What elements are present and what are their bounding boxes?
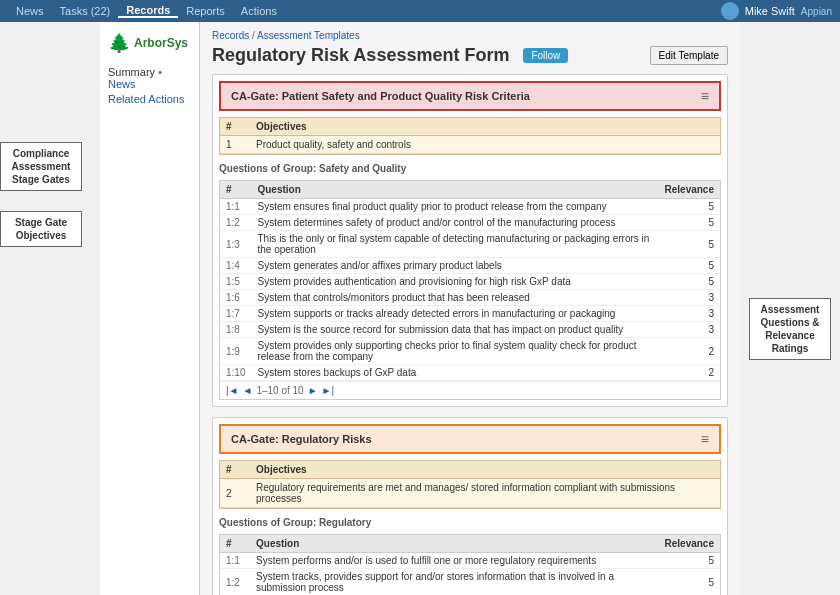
annotation-panel-right: Assessment Questions & Relevance Ratings (740, 22, 840, 595)
user-info: Mike Swift Appian (721, 2, 832, 20)
q-num: 1:3 (220, 231, 251, 258)
nav-tasks[interactable]: Tasks (22) (52, 5, 119, 17)
q-text: System that controls/monitors product th… (251, 290, 658, 306)
gate2-q-col-num: # (220, 535, 250, 553)
gate1-q-col-question: Question (251, 181, 658, 199)
gate1-obj-row: 1 Product quality, safety and controls (220, 136, 720, 154)
q-relevance: 2 (659, 338, 720, 365)
gate2-questions-group-title: Questions of Group: Regulatory (219, 515, 721, 530)
gate1-page-next[interactable]: ► (308, 385, 318, 396)
table-row: 1:1 System performs and/or is used to fu… (220, 553, 720, 569)
q-text: System provides only supporting checks p… (251, 338, 658, 365)
gate2-q-col-relevance: Relevance (659, 535, 720, 553)
gate1-questions-group-title: Questions of Group: Safety and Quality (219, 161, 721, 176)
gate1-menu-icon[interactable]: ≡ (701, 88, 709, 104)
sidebar-related-actions[interactable]: Related Actions (108, 93, 191, 105)
outer-wrapper: Compliance Assessment Stage Gates Stage … (0, 22, 840, 595)
gate1-objectives-table: # Objectives 1 Product quality, safety a… (219, 117, 721, 155)
q-text: System performs and/or is used to fulfil… (250, 553, 659, 569)
q-text: System tracks, provides support for and/… (250, 569, 659, 596)
page-header: Regulatory Risk Assessment Form Follow E… (212, 45, 728, 66)
q-num: 1:8 (220, 322, 251, 338)
gate2-questions-table: # Question Relevance 1:1 System performs… (219, 534, 721, 595)
gate1-questions-section: Questions of Group: Safety and Quality #… (219, 161, 721, 400)
gate1-q-col-relevance: Relevance (659, 181, 720, 199)
gate1-title: CA-Gate: Patient Safety and Product Qual… (231, 90, 530, 102)
gate1-pagination: |◄ ◄ 1–10 of 10 ► ►| (220, 381, 720, 399)
follow-button[interactable]: Follow (523, 48, 568, 63)
gate2-header: CA-Gate: Regulatory Risks ≡ (219, 424, 721, 454)
breadcrumb: Records / Assessment Templates (212, 30, 728, 41)
gate1-page-prev[interactable]: ◄ (243, 385, 253, 396)
q-num: 1:9 (220, 338, 251, 365)
q-text: System generates and/or affixes primary … (251, 258, 658, 274)
q-num: 1:2 (220, 215, 251, 231)
q-num: 1:6 (220, 290, 251, 306)
q-relevance: 5 (659, 553, 720, 569)
table-row: 1:7 System supports or tracks already de… (220, 306, 720, 322)
annotation-stage-gate-objectives: Stage Gate Objectives (0, 211, 82, 247)
annotation-assessment-questions: Assessment Questions & Relevance Ratings (749, 298, 831, 360)
breadcrumb-records[interactable]: Records (212, 30, 249, 41)
table-row: 1:3 This is the only or final system cap… (220, 231, 720, 258)
gate1-page-last[interactable]: ►| (322, 385, 335, 396)
q-relevance: 5 (659, 231, 720, 258)
q-relevance: 3 (659, 322, 720, 338)
gate2-q-col-question: Question (250, 535, 659, 553)
q-text: System is the source record for submissi… (251, 322, 658, 338)
gate1-q-col-num: # (220, 181, 251, 199)
gate2-obj-num: 2 (220, 479, 250, 508)
breadcrumb-assessment-templates[interactable]: Assessment Templates (257, 30, 360, 41)
gate2-obj-row: 2 Regulatory requirements are met and ma… (220, 479, 720, 508)
sidebar-news[interactable]: News (108, 78, 191, 90)
q-num: 1:10 (220, 365, 251, 381)
q-num: 1:1 (220, 553, 250, 569)
nav-reports[interactable]: Reports (178, 5, 233, 17)
table-row: 1:9 System provides only supporting chec… (220, 338, 720, 365)
nav-records[interactable]: Records (118, 4, 178, 18)
appian-label: Appian (801, 6, 832, 17)
q-num: 1:4 (220, 258, 251, 274)
q-text: System determines safety of product and/… (251, 215, 658, 231)
table-row: 1:4 System generates and/or affixes prim… (220, 258, 720, 274)
q-relevance: 5 (659, 274, 720, 290)
table-row: 1:5 System provides authentication and p… (220, 274, 720, 290)
sidebar-nav: Summary • News Related Actions (108, 66, 191, 105)
gate2-questions-section: Questions of Group: Regulatory # Questio… (219, 515, 721, 595)
gate1-questions-table: # Question Relevance 1:1 System ensures … (219, 180, 721, 400)
gate2-obj-col-num: # (220, 461, 250, 479)
gate1-obj-num: 1 (220, 136, 250, 154)
table-row: 1:2 System tracks, provides support for … (220, 569, 720, 596)
q-relevance: 5 (659, 258, 720, 274)
table-row: 1:1 System ensures final product quality… (220, 199, 720, 215)
sidebar-summary[interactable]: Summary • (108, 66, 191, 78)
gate2-menu-icon[interactable]: ≡ (701, 431, 709, 447)
gate1-header: CA-Gate: Patient Safety and Product Qual… (219, 81, 721, 111)
annotation-compliance-gates: Compliance Assessment Stage Gates (0, 142, 82, 191)
table-row: 1:10 System stores backups of GxP data 2 (220, 365, 720, 381)
edit-template-button[interactable]: Edit Template (650, 46, 728, 65)
gate2-obj-text: Regulatory requirements are met and mana… (250, 479, 720, 508)
nav-actions[interactable]: Actions (233, 5, 285, 17)
user-name: Mike Swift (745, 5, 795, 17)
q-text: System stores backups of GxP data (251, 365, 658, 381)
table-row: 1:6 System that controls/monitors produc… (220, 290, 720, 306)
gate1-page-first[interactable]: |◄ (226, 385, 239, 396)
gate2-section: CA-Gate: Regulatory Risks ≡ # Objectives… (212, 417, 728, 595)
q-text: System provides authentication and provi… (251, 274, 658, 290)
q-text: This is the only or final system capable… (251, 231, 658, 258)
q-relevance: 3 (659, 306, 720, 322)
gate1-section: CA-Gate: Patient Safety and Product Qual… (212, 74, 728, 407)
sidebar: 🌲 ArborSys Summary • News Related Action… (100, 22, 200, 595)
q-num: 1:1 (220, 199, 251, 215)
q-text: System supports or tracks already detect… (251, 306, 658, 322)
tree-icon: 🌲 (108, 32, 130, 54)
annotation-panel-left: Compliance Assessment Stage Gates Stage … (0, 22, 100, 595)
gate1-page-info: 1–10 of 10 (256, 385, 303, 396)
sidebar-logo: 🌲 ArborSys (108, 32, 191, 54)
nav-news[interactable]: News (8, 5, 52, 17)
q-relevance: 2 (659, 365, 720, 381)
gate2-title: CA-Gate: Regulatory Risks (231, 433, 372, 445)
q-num: 1:5 (220, 274, 251, 290)
table-row: 1:2 System determines safety of product … (220, 215, 720, 231)
